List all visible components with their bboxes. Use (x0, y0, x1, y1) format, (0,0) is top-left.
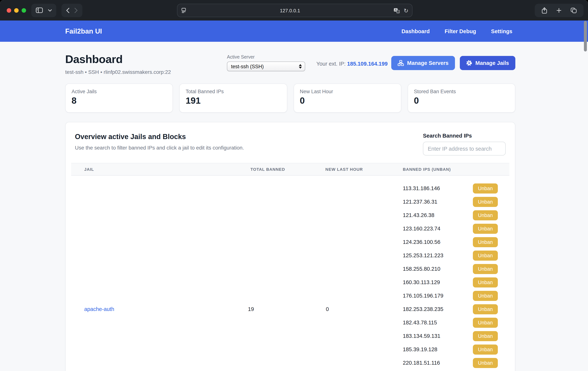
url-text: 127.0.0.1 (186, 8, 394, 13)
unban-button[interactable]: Unban (473, 210, 498, 220)
sitemap-icon (397, 60, 404, 66)
unban-button[interactable]: Unban (473, 291, 498, 301)
banned-ip: 158.255.80.210 (403, 266, 441, 272)
stat-cards: Active Jails 8 Total Banned IPs 191 New … (65, 84, 515, 113)
banned-ip: 125.253.121.223 (403, 252, 443, 258)
unban-button[interactable]: Unban (473, 317, 498, 327)
active-server-value: test-ssh (SSH) (231, 64, 299, 69)
tab-overview-icon[interactable] (570, 8, 577, 13)
banned-ip: 123.160.223.74 (403, 226, 441, 231)
page-content: Dashboard test-ssh • SSH • rlinfp02.swis… (0, 42, 588, 371)
external-ip-value[interactable]: 185.109.164.199 (347, 61, 388, 67)
banned-ip: 183.134.59.131 (403, 333, 441, 339)
unban-button[interactable]: Unban (473, 304, 498, 314)
unban-button[interactable]: Unban (473, 183, 498, 193)
jails-table: Jail Total Banned New Last Hour Banned I… (71, 163, 509, 371)
stat-value: 0 (414, 96, 509, 106)
banned-ip: 160.30.113.129 (403, 279, 440, 285)
back-icon[interactable] (66, 8, 69, 13)
new-tab-icon[interactable] (556, 8, 562, 13)
col-header-banned-ips: Banned IPs (Unban) (377, 167, 509, 172)
banned-ip: 124.236.100.56 (403, 239, 441, 245)
manage-jails-label: Manage Jails (475, 60, 509, 66)
active-server-block: Active Server test-ssh (SSH) (227, 55, 305, 71)
manage-jails-button[interactable]: Manage Jails (460, 56, 515, 70)
translate-icon[interactable]: A a (394, 8, 400, 13)
banned-ip: 182.253.238.235 (403, 306, 443, 312)
banned-ip-row: 182.43.78.115 Unban (403, 316, 509, 329)
banned-ip-row: 125.253.121.223 Unban (403, 249, 509, 262)
unban-button[interactable]: Unban (473, 264, 498, 274)
unban-button[interactable]: Unban (473, 224, 498, 234)
reload-icon[interactable]: ↻ (404, 8, 408, 13)
jail-cell: apache-auth (71, 176, 224, 371)
stat-card: Stored Ban Events 0 (408, 84, 515, 113)
external-ip-label: Your ext. IP: (316, 61, 346, 67)
browser-toolbar: 127.0.0.1 A a ↻ (0, 0, 588, 21)
banned-ip-row: 176.105.196.179 Unban (403, 289, 509, 302)
stat-label: Stored Ban Events (414, 89, 509, 94)
nav-link[interactable]: Settings (491, 28, 512, 34)
overview-header: Overview active Jails and Blocks Use the… (75, 133, 244, 155)
col-header-jail: Jail (71, 167, 224, 172)
banned-ip: 176.105.196.179 (403, 293, 443, 299)
app-brand[interactable]: Fail2ban UI (65, 27, 102, 35)
search-input[interactable] (423, 142, 506, 155)
stat-value: 8 (72, 96, 167, 106)
unban-button[interactable]: Unban (473, 358, 498, 368)
select-stepper-icon (299, 64, 303, 69)
banned-ip: 121.237.36.31 (403, 199, 437, 205)
sidebar-icon[interactable] (36, 8, 43, 13)
jail-link[interactable]: apache-auth (84, 306, 114, 312)
stat-label: Total Banned IPs (186, 89, 281, 94)
unban-button[interactable]: Unban (473, 344, 498, 354)
manage-servers-button[interactable]: Manage Servers (391, 56, 455, 70)
traffic-light-close[interactable] (7, 8, 11, 12)
banned-ip-row: 121.43.26.38 Unban (403, 208, 509, 222)
banned-ip-row: 220.181.51.116 Unban (403, 356, 509, 370)
unban-button[interactable]: Unban (473, 237, 498, 247)
nav-link[interactable]: Filter Debug (444, 28, 476, 34)
new-last-hour-cell: 0 (312, 176, 377, 371)
stat-label: Active Jails (72, 89, 167, 94)
active-server-select[interactable]: test-ssh (SSH) (227, 62, 305, 71)
total-banned-cell: 19 (224, 176, 312, 371)
banned-ip-row: 124.236.100.56 Unban (403, 235, 509, 249)
unban-button[interactable]: Unban (473, 277, 498, 287)
banned-ip-row: 158.255.80.210 Unban (403, 262, 509, 275)
stat-card: New Last Hour 0 (294, 84, 401, 113)
traffic-light-zoom[interactable] (22, 8, 26, 12)
banned-ip: 121.43.26.38 (403, 212, 434, 218)
forward-icon[interactable] (74, 8, 78, 13)
unban-button[interactable]: Unban (473, 197, 498, 207)
unban-button[interactable]: Unban (473, 250, 498, 261)
banned-ip: 220.181.51.116 (403, 360, 440, 366)
banned-ip-row: 183.134.59.131 Unban (403, 329, 509, 343)
chevron-down-icon[interactable] (48, 9, 52, 11)
external-ip: Your ext. IP: 185.109.164.199 (316, 61, 388, 67)
table-row: apache-auth 19 0 113.31.186.146 Unban (71, 176, 509, 371)
share-icon[interactable] (541, 7, 547, 14)
manage-servers-label: Manage Servers (407, 60, 449, 66)
traffic-light-minimize[interactable] (14, 8, 19, 12)
active-server-label: Active Server (227, 55, 305, 60)
banned-ip-row: 121.237.36.31 Unban (403, 195, 509, 208)
search-block: Search Banned IPs (423, 133, 509, 155)
window-controls (7, 8, 26, 12)
col-header-total-banned: Total Banned (224, 167, 312, 172)
address-bar[interactable]: 127.0.0.1 A a ↻ (177, 4, 412, 17)
overview-title: Overview active Jails and Blocks (75, 133, 244, 141)
page-scrollbar-thumb[interactable] (584, 21, 587, 52)
banned-ip-row: 113.31.186.146 Unban (403, 182, 509, 195)
table-header: Jail Total Banned New Last Hour Banned I… (71, 163, 509, 176)
nav-link[interactable]: Dashboard (401, 28, 430, 34)
unban-button[interactable]: Unban (473, 331, 498, 341)
stat-value: 0 (300, 96, 395, 106)
banned-ip-row: 182.253.238.235 Unban (403, 302, 509, 316)
banned-ip-row: 160.30.113.129 Unban (403, 275, 509, 289)
reader-icon[interactable] (181, 8, 186, 13)
app-navbar: Fail2ban UI Dashboard Filter Debug Setti… (0, 21, 588, 42)
banned-ip-row: 185.39.19.128 Unban (403, 343, 509, 356)
browser-window: 127.0.0.1 A a ↻ (0, 0, 588, 371)
stat-label: New Last Hour (300, 89, 395, 94)
